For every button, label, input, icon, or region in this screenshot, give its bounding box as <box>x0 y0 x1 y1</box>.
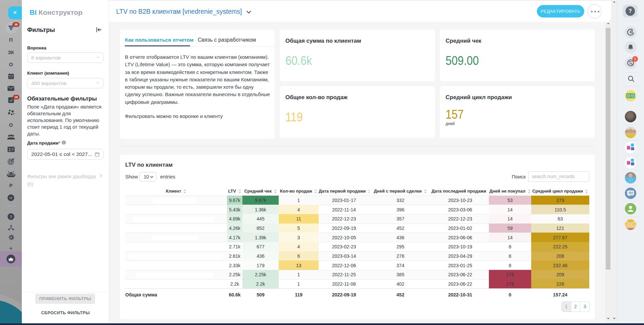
svg-text:?: ? <box>10 214 12 219</box>
svg-text:$: $ <box>630 94 631 97</box>
